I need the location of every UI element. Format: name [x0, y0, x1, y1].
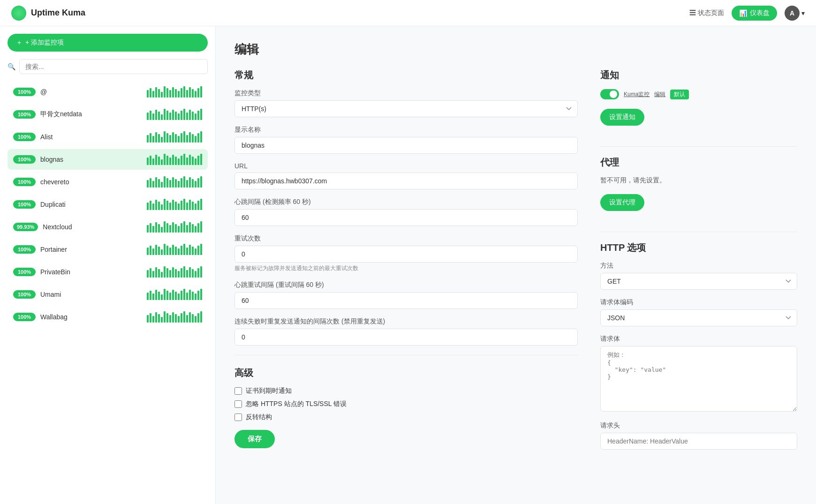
- cert-notify-label[interactable]: 证书到期时通知: [246, 387, 292, 395]
- monitor-item[interactable]: 100%Duplicati: [8, 194, 208, 215]
- bar: [152, 271, 154, 278]
- bar: [192, 202, 194, 210]
- bar: [166, 111, 168, 120]
- bar: [178, 181, 180, 188]
- display-name-label: 显示名称: [234, 126, 578, 134]
- bar: [181, 291, 182, 300]
- avatar-area[interactable]: A ▾: [785, 6, 805, 21]
- bar: [178, 91, 180, 98]
- divider-proxy: [600, 146, 797, 147]
- monitor-bars: [147, 109, 202, 120]
- monitor-name: blognas: [40, 156, 63, 163]
- setup-proxy-button[interactable]: 设置代理: [600, 194, 644, 211]
- heartbeat-interval-input[interactable]: [234, 209, 578, 226]
- monitor-item[interactable]: 100%甲骨文netdata: [8, 104, 208, 125]
- monitor-item[interactable]: 100%Wallabag: [8, 307, 208, 327]
- bar: [189, 245, 191, 255]
- bar: [166, 156, 168, 165]
- general-section-title: 常规: [234, 69, 578, 82]
- monitor-item[interactable]: 100%blognas: [8, 149, 208, 170]
- bar: [152, 91, 154, 98]
- bar: [172, 200, 174, 210]
- bar: [147, 203, 149, 210]
- resend-interval-input[interactable]: [234, 329, 578, 346]
- heartbeat-retry-label: 心跳重试间隔 (重试间隔 60 秒): [234, 281, 578, 289]
- bar: [178, 293, 180, 300]
- bar: [200, 154, 202, 165]
- body-encoding-select[interactable]: JSON: [600, 309, 797, 326]
- ignore-tls-label[interactable]: 忽略 HTTPS 站点的 TLS/SSL 错误: [246, 400, 347, 408]
- bar: [164, 221, 166, 233]
- search-input[interactable]: [19, 59, 208, 74]
- display-name-input[interactable]: [234, 137, 578, 154]
- bar: [183, 244, 185, 255]
- monitor-item[interactable]: 100%Umami: [8, 284, 208, 305]
- bar: [189, 200, 191, 210]
- monitor-item[interactable]: 100%@: [8, 82, 208, 102]
- monitor-item[interactable]: 100%PrivateBin: [8, 262, 208, 282]
- bar: [161, 272, 163, 278]
- monitor-bars: [147, 244, 202, 255]
- bar: [169, 135, 171, 143]
- bar: [161, 114, 163, 120]
- monitor-left: 100%chevereto: [13, 178, 69, 186]
- bar: [178, 248, 180, 255]
- bar: [147, 293, 149, 300]
- bar: [189, 267, 191, 278]
- monitor-item[interactable]: 100%Portainer: [8, 239, 208, 260]
- bar: [158, 224, 160, 233]
- monitor-bars: [147, 289, 202, 300]
- bar: [150, 268, 151, 278]
- bar: [150, 111, 151, 120]
- heartbeat-retry-input[interactable]: [234, 292, 578, 309]
- monitor-type-select[interactable]: HTTP(s): [234, 100, 578, 117]
- notify-edit-link[interactable]: 编辑: [654, 90, 665, 98]
- nav-status-link[interactable]: ☰ 状态页面: [689, 9, 724, 17]
- dashboard-button[interactable]: 📊 仪表盘: [732, 6, 777, 21]
- bar: [166, 133, 168, 143]
- retry-count-input[interactable]: [234, 246, 578, 263]
- bar: [200, 176, 202, 188]
- monitor-item[interactable]: 99.93%Nextcloud: [8, 217, 208, 237]
- advanced-section-title: 高级: [234, 367, 578, 379]
- resend-interval-group: 连续失败时重复发送通知的间隔次数 (禁用重复发送): [234, 317, 578, 346]
- bar: [152, 293, 154, 300]
- bar: [161, 204, 163, 210]
- bar: [147, 315, 149, 323]
- setup-notify-button[interactable]: 设置通知: [600, 109, 644, 126]
- bar: [183, 289, 185, 300]
- bar: [164, 199, 166, 210]
- monitor-left: 100%Alist: [13, 133, 53, 141]
- monitor-item[interactable]: 100%Alist: [8, 127, 208, 147]
- bar: [178, 271, 180, 278]
- notify-toggle[interactable]: [600, 89, 619, 99]
- url-label: URL: [234, 162, 578, 170]
- bar: [164, 176, 166, 188]
- bar: [166, 223, 168, 233]
- upside-down-checkbox[interactable]: [234, 414, 242, 421]
- ignore-tls-checkbox[interactable]: [234, 400, 242, 408]
- url-input[interactable]: [234, 173, 578, 189]
- bar: [178, 203, 180, 210]
- save-button[interactable]: 保存: [234, 430, 275, 448]
- body-textarea[interactable]: [600, 346, 797, 412]
- bar: [178, 158, 180, 165]
- bar: [155, 132, 157, 143]
- bar: [195, 91, 196, 98]
- bar: [152, 113, 154, 120]
- cert-notify-checkbox[interactable]: [234, 387, 242, 395]
- bar: [161, 137, 163, 143]
- upside-down-label[interactable]: 反转结构: [246, 413, 272, 421]
- method-select[interactable]: GET: [600, 273, 797, 290]
- headers-input[interactable]: [600, 433, 797, 450]
- monitor-name: Wallabag: [40, 313, 68, 321]
- add-monitor-button[interactable]: ＋ + 添加监控项: [8, 34, 208, 52]
- notify-monitor-link[interactable]: Kuma监控: [624, 90, 650, 98]
- bar: [155, 200, 157, 210]
- bar: [200, 311, 202, 323]
- bar: [152, 136, 154, 143]
- monitor-item[interactable]: 100%chevereto: [8, 172, 208, 192]
- bar: [155, 312, 157, 323]
- bar: [195, 248, 196, 255]
- body-group: 请求体: [600, 335, 797, 413]
